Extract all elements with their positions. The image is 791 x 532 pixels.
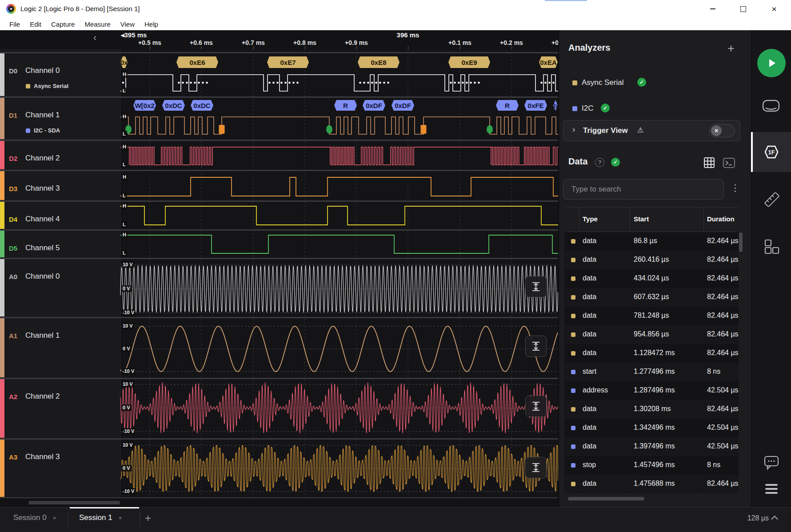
data-table-row[interactable]: address1.287496 ms42.504 µs [564, 381, 739, 400]
vertical-scale-button-a1[interactable] [525, 336, 547, 357]
channel-id-d5: D5 [9, 244, 17, 252]
minimize-button[interactable] [703, 0, 723, 18]
data-table-row[interactable]: stop1.457496 ms8 ns [564, 456, 739, 475]
data-table-row[interactable]: data954.856 µs82.464 µs [564, 325, 739, 344]
channel-name-d0[interactable]: Channel 0 [25, 66, 60, 75]
i2c-decode-bubble[interactable]: R [334, 100, 357, 111]
channel-id-a1: A1 [9, 332, 17, 340]
channel-name-d2[interactable]: Channel 2 [25, 154, 60, 163]
menu-capture[interactable]: Capture [46, 19, 80, 29]
terminal-view-icon[interactable] [723, 157, 735, 168]
help-icon[interactable]: ? [595, 158, 604, 167]
close-tab-icon[interactable]: × [53, 515, 56, 521]
channel-name-a3[interactable]: Channel 3 [25, 452, 60, 461]
table-horizontal-scrollbar[interactable] [568, 497, 644, 500]
search-input[interactable] [571, 182, 715, 196]
channel-id-d4: D4 [9, 216, 17, 223]
serial-decode-bubble[interactable]: 0xEA [539, 56, 558, 68]
menu-view[interactable]: View [116, 19, 140, 29]
channel-name-d4[interactable]: Channel 4 [25, 215, 60, 224]
column-header-type[interactable]: Type [583, 215, 598, 223]
analyzer-item-i2c[interactable]: I2C [582, 104, 593, 113]
channel-id-d2: D2 [9, 155, 17, 162]
channel-name-d5[interactable]: Channel 5 [25, 244, 60, 252]
show-in-folder-link-clipped[interactable]: Show in folder [545, 0, 596, 2]
tab-divider [68, 512, 68, 527]
serial-decode-bubble[interactable]: 0xE9 [448, 56, 490, 68]
waveform-area[interactable]: ‹ 0x0xE60xE70xE80xE90xEAW[0x20xDC0xDCR0x… [0, 30, 558, 498]
channel-name-a1[interactable]: Channel 1 [25, 331, 60, 340]
channel-row-separator [0, 317, 558, 318]
data-table-row[interactable]: data1.397496 ms42.504 µs [564, 437, 739, 456]
feedback-chat-icon[interactable] [763, 455, 779, 470]
chevron-right-icon[interactable]: › [572, 125, 575, 133]
vertical-scale-button-a3[interactable] [525, 457, 547, 478]
device-icon[interactable] [761, 99, 781, 113]
data-table-row[interactable]: data781.248 µs82.464 µs [564, 307, 739, 325]
column-header-duration[interactable]: Duration [707, 215, 735, 223]
waveform-horizontal-scrollbar[interactable] [0, 498, 558, 507]
maximize-button[interactable] [733, 0, 753, 18]
analyzer-color-icon [572, 80, 577, 85]
table-vertical-scrollbar[interactable] [739, 232, 743, 252]
vertical-scale-button-a2[interactable] [525, 396, 547, 417]
menu-edit[interactable]: Edit [25, 19, 46, 29]
cell-start: 1.457496 ms [634, 461, 700, 469]
data-table-row[interactable]: data607.632 µs82.464 µs [564, 288, 739, 307]
kebab-menu-icon[interactable]: ⋮ [731, 183, 740, 193]
data-table-row[interactable]: data434.024 µs82.464 µs [564, 269, 739, 288]
data-table-row[interactable]: data1.342496 ms42.504 µs [564, 419, 739, 437]
cell-start: 1.277496 ms [634, 368, 700, 376]
close-button[interactable]: ✕ [764, 0, 784, 18]
vertical-scale-button-a0[interactable] [525, 276, 547, 297]
channel-name-d1[interactable]: Channel 1 [25, 111, 60, 120]
channel-name-a0[interactable]: Channel 0 [25, 272, 60, 281]
session-tab-0[interactable]: Session 0× [13, 513, 56, 522]
timing-marker-status[interactable]: 128 µs [747, 514, 778, 522]
cell-start: 1.475688 ms [634, 480, 700, 488]
hex-data-tab-icon[interactable]: 1F [761, 144, 781, 160]
channel-analyzer-chip[interactable]: Async Serial [26, 83, 68, 89]
session-tab-1[interactable]: Session 1× [79, 513, 122, 522]
i2c-decode-bubble[interactable]: 0xDF [392, 100, 414, 111]
start-capture-button[interactable] [757, 49, 786, 77]
level-low-label: L [121, 192, 127, 199]
table-view-icon[interactable] [703, 157, 715, 168]
layout-panels-icon[interactable] [763, 238, 780, 255]
cell-duration: 82.464 µs [707, 293, 738, 301]
analog-scale-label: 0 V [121, 404, 132, 411]
i2c-decode-bubble[interactable]: 0xFE [524, 100, 547, 111]
channel-name-a2[interactable]: Channel 2 [25, 392, 60, 401]
data-table-row[interactable]: data86.8 µs82.464 µs [564, 232, 739, 251]
scrollbar-thumb[interactable] [28, 501, 120, 504]
analyzer-item-async-serial[interactable]: Async Serial [582, 78, 623, 87]
column-header-start[interactable]: Start [634, 215, 649, 223]
serial-decode-bubble[interactable]: 0xE6 [176, 56, 218, 68]
data-table-row[interactable]: data260.416 µs82.464 µs [564, 251, 739, 269]
i2c-decode-bubble[interactable]: W[0x2 [133, 100, 156, 111]
data-table-row[interactable]: data1.475688 ms82.464 µs [564, 475, 739, 493]
serial-decode-bubble[interactable]: 0xE7 [267, 56, 309, 68]
search-field[interactable] [563, 179, 724, 200]
i2c-decode-bubble[interactable]: R [496, 100, 519, 111]
close-tab-icon[interactable]: × [119, 515, 122, 521]
ruler-tick-label: +0.8 ms [293, 39, 316, 46]
data-table-row[interactable]: data1.128472 ms82.464 µs [564, 344, 739, 363]
add-analyzer-button[interactable]: + [727, 43, 735, 55]
i2c-decode-bubble[interactable]: 0xDF [363, 100, 385, 111]
data-table-row[interactable]: start1.277496 ms8 ns [564, 363, 739, 381]
channel-name-d3[interactable]: Channel 3 [25, 184, 60, 193]
main-menu-hamburger-icon[interactable] [764, 483, 779, 495]
new-session-button[interactable]: + [145, 512, 151, 524]
menu-file[interactable]: File [4, 19, 25, 29]
window-title: Logic 2 [Logic Pro 8 - Demo] [Session 1] [20, 5, 140, 12]
trigger-view-toggle[interactable]: ✕ [709, 124, 735, 137]
i2c-decode-bubble[interactable]: 0xDC [162, 100, 185, 111]
i2c-decode-bubble[interactable]: 0xDC [191, 100, 213, 111]
menu-measure[interactable]: Measure [80, 19, 115, 29]
channel-analyzer-chip[interactable]: I2C - SDA [26, 127, 60, 134]
measure-ruler-icon[interactable] [762, 190, 782, 209]
menu-help[interactable]: Help [140, 19, 163, 29]
serial-decode-bubble[interactable]: 0xE8 [358, 56, 399, 68]
data-table-row[interactable]: data1.30208 ms82.464 µs [564, 400, 739, 419]
